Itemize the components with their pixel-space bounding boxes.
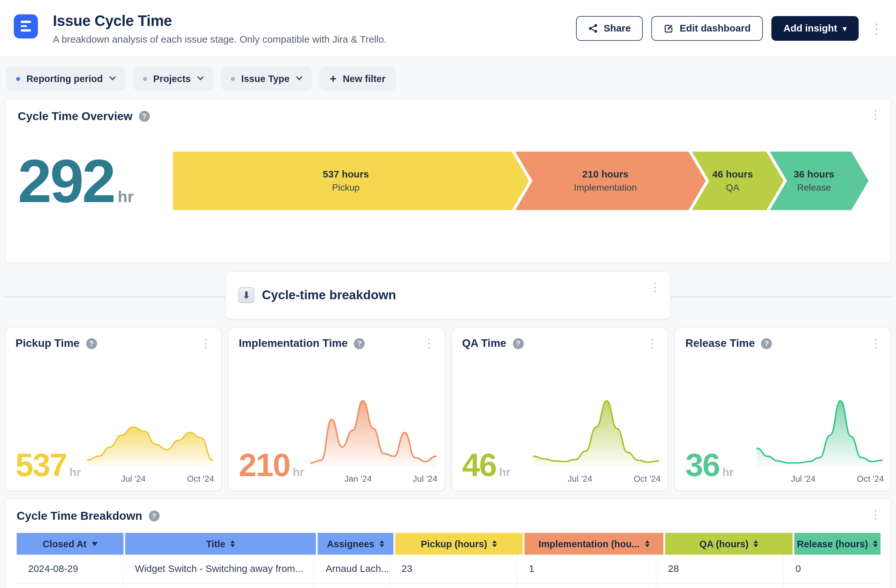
help-icon[interactable]: ?	[513, 338, 524, 349]
help-icon[interactable]: ?	[149, 510, 160, 521]
sort-icon	[230, 541, 235, 547]
qa-time-area-chart	[531, 394, 662, 470]
sort-icon	[754, 541, 758, 547]
metric-kebab-menu[interactable]: ⋮	[200, 337, 212, 349]
filter-reporting-period[interactable]: Reporting period	[6, 67, 125, 91]
overview-kebab-menu[interactable]: ⋮	[870, 109, 882, 121]
column-header-closed-at[interactable]: Closed At	[17, 533, 124, 555]
share-button[interactable]: Share	[576, 16, 643, 41]
app-header: Issue Cycle Time A breakdown analysis of…	[0, 0, 896, 58]
release-time-area-chart	[754, 394, 885, 470]
chevron-down-icon	[109, 74, 116, 81]
overview-total-value: 292 hr	[18, 151, 157, 212]
caret-down-icon: ▾	[843, 24, 846, 32]
metric-card-release-time: Release Time ? ⋮ Jul '24 Oct '24 36 hr	[675, 328, 891, 491]
metric-title: Implementation Time	[239, 337, 348, 350]
chevron-down-icon	[296, 74, 303, 81]
banner-kebab-menu[interactable]: ⋮	[649, 281, 661, 293]
filter-issue-type[interactable]: Issue Type	[221, 67, 312, 91]
filter-label: Projects	[153, 73, 191, 84]
cell-pickup-hours: 23	[390, 555, 518, 584]
metric-title: Release Time	[685, 337, 755, 350]
metric-title: QA Time	[462, 337, 506, 350]
metric-value: 46 hr	[462, 449, 511, 481]
filter-label: Reporting period	[27, 73, 103, 84]
edit-icon	[664, 23, 674, 34]
x-axis-labels: Jul '24 Oct '24	[754, 470, 885, 484]
x-axis-labels: Jul '24 Oct '24	[531, 470, 662, 484]
filter-bar: Reporting period Projects Issue Type + N…	[6, 67, 896, 91]
cell-title: Widget Switch - Switching away from...	[123, 555, 314, 584]
cycle-time-breakdown-banner: ⬇ Cycle-time breakdown ⋮	[225, 271, 671, 319]
implementation-time-area-chart	[308, 394, 439, 470]
column-header-assignees[interactable]: Assignees	[318, 533, 393, 555]
column-header-qa-hours[interactable]: QA (hours)	[665, 533, 793, 555]
page-subtitle: A breakdown analysis of each issue stage…	[53, 34, 387, 45]
filter-dot-icon	[143, 77, 147, 81]
down-arrow-icon: ⬇	[238, 287, 254, 303]
table-row-partial[interactable]	[17, 583, 879, 588]
filter-projects[interactable]: Projects	[133, 67, 213, 91]
breakdown-divider-section: ⬇ Cycle-time breakdown ⋮	[5, 268, 891, 325]
table-header-row: Closed At Title Assignees Pickup (hours)…	[17, 533, 879, 555]
banner-title: Cycle-time breakdown	[262, 288, 396, 303]
edit-dashboard-button[interactable]: Edit dashboard	[652, 16, 763, 41]
filter-dot-icon	[16, 77, 20, 81]
metric-card-implementation-time: Implementation Time ? ⋮ Jan '24 Jul '24 …	[228, 328, 445, 491]
metric-value: 210 hr	[239, 449, 304, 481]
sort-icon	[379, 541, 384, 547]
metric-kebab-menu[interactable]: ⋮	[423, 337, 435, 349]
plus-icon: +	[330, 73, 337, 84]
add-insight-label: Add insight	[783, 23, 837, 34]
help-icon[interactable]: ?	[761, 338, 772, 349]
column-header-implementation-hours[interactable]: Implementation (hou...	[524, 533, 664, 555]
metric-title: Pickup Time	[15, 337, 79, 350]
sort-icon	[492, 541, 497, 547]
funnel-stage-release[interactable]: 36 hours Release	[770, 152, 869, 210]
overview-title: Cycle Time Overview	[18, 110, 133, 123]
metric-kebab-menu[interactable]: ⋮	[646, 337, 658, 349]
help-icon[interactable]: ?	[354, 338, 365, 349]
table-title: Cycle Time Breakdown	[17, 509, 142, 522]
edit-dashboard-label: Edit dashboard	[680, 23, 751, 34]
help-icon[interactable]: ?	[86, 338, 97, 349]
pickup-time-area-chart	[84, 394, 215, 470]
cycle-time-overview-card: Cycle Time Overview ? ⋮ 292 hr 537 hours…	[5, 99, 891, 263]
cell-closed-at: 2024-08-29	[17, 555, 124, 584]
column-header-title[interactable]: Title	[125, 533, 316, 555]
cycle-time-breakdown-table-card: Cycle Time Breakdown ? ⋮ Closed At Title…	[5, 498, 891, 588]
dashboard-root: Issue Cycle Time A breakdown analysis of…	[0, 0, 896, 588]
header-kebab-menu[interactable]: ⋮	[870, 22, 884, 35]
column-header-release-hours[interactable]: Release (hours)	[794, 533, 881, 555]
new-filter-button[interactable]: + New filter	[319, 67, 396, 91]
cell-qa-hours: 28	[657, 555, 784, 584]
sort-icon	[645, 541, 649, 547]
app-menu-button[interactable]	[14, 14, 38, 38]
page-title: Issue Cycle Time	[53, 12, 387, 29]
metric-kebab-menu[interactable]: ⋮	[870, 337, 882, 349]
share-button-label: Share	[603, 23, 631, 34]
metric-cards-row: Pickup Time ? ⋮ Jul '24 Oct '24 537 hr I…	[5, 328, 891, 491]
cell-implementation-hours: 1	[518, 555, 657, 584]
share-icon	[588, 24, 598, 34]
sort-icon	[873, 541, 878, 547]
funnel-stage-pickup[interactable]: 537 hours Pickup	[173, 152, 529, 210]
cell-release-hours: 0	[784, 555, 879, 584]
help-icon[interactable]: ?	[139, 111, 150, 122]
metric-card-qa-time: QA Time ? ⋮ Jul '24 Oct '24 46 hr	[451, 328, 668, 491]
funnel-stage-implementation[interactable]: 210 hours Implementation	[515, 152, 706, 210]
cycle-time-funnel-chart: 537 hours Pickup 210 hours Implementatio…	[173, 152, 878, 210]
cell-assignees: Arnaud Lach...	[314, 555, 390, 584]
filter-label: Issue Type	[241, 73, 290, 84]
x-axis-labels: Jul '24 Oct '24	[84, 470, 215, 484]
x-axis-labels: Jan '24 Jul '24	[308, 470, 439, 484]
table-kebab-menu[interactable]: ⋮	[870, 508, 882, 520]
filter-dot-icon	[231, 77, 235, 81]
add-insight-button[interactable]: Add insight ▾	[771, 16, 859, 41]
table-row[interactable]: 2024-08-29 Widget Switch - Switching awa…	[17, 555, 879, 584]
metric-card-pickup-time: Pickup Time ? ⋮ Jul '24 Oct '24 537 hr	[5, 328, 221, 491]
menu-icon	[21, 21, 31, 23]
metric-value: 537 hr	[15, 449, 81, 481]
new-filter-label: New filter	[343, 73, 385, 84]
column-header-pickup-hours[interactable]: Pickup (hours)	[395, 533, 523, 555]
